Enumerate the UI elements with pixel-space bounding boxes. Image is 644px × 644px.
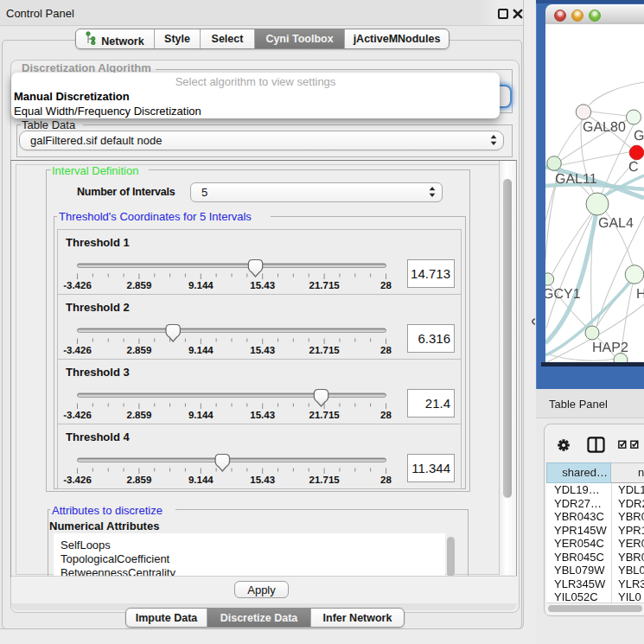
svg-text:HAP2: HAP2	[592, 341, 628, 355]
svg-text:28: 28	[380, 475, 392, 486]
svg-text:15.43: 15.43	[250, 411, 275, 421]
svg-text:9.144: 9.144	[188, 411, 214, 421]
svg-text:21.715: 21.715	[309, 411, 341, 421]
svg-text:2.859: 2.859	[127, 281, 152, 291]
svg-text:GAL80: GAL80	[583, 120, 626, 135]
svg-text:21.715: 21.715	[309, 346, 341, 356]
svg-text:-3.426: -3.426	[63, 411, 92, 421]
svg-text:9.144: 9.144	[188, 281, 214, 291]
svg-text:GA: GA	[634, 129, 644, 143]
svg-text:15.43: 15.43	[250, 281, 275, 291]
svg-text:21.715: 21.715	[309, 475, 341, 486]
svg-text:9.144: 9.144	[188, 475, 214, 486]
svg-text:2.859: 2.859	[127, 411, 152, 421]
svg-text:GAL11: GAL11	[555, 172, 597, 187]
svg-text:GCY1: GCY1	[545, 287, 581, 302]
svg-text:H: H	[636, 287, 644, 302]
svg-text:-3.426: -3.426	[63, 346, 92, 356]
svg-text:15.43: 15.43	[250, 346, 275, 356]
svg-text:2.859: 2.859	[127, 346, 152, 356]
svg-text:28: 28	[380, 346, 392, 356]
svg-text:15.43: 15.43	[250, 475, 275, 486]
svg-text:C: C	[628, 160, 639, 175]
svg-text:-3.426: -3.426	[63, 475, 92, 486]
svg-text:9.144: 9.144	[188, 346, 214, 356]
svg-text:GAL4: GAL4	[598, 216, 634, 231]
svg-text:2.859: 2.859	[127, 475, 152, 486]
svg-text:28: 28	[380, 281, 392, 291]
svg-text:21.715: 21.715	[309, 281, 341, 291]
svg-text:-3.426: -3.426	[63, 281, 92, 291]
svg-text:28: 28	[380, 411, 392, 421]
